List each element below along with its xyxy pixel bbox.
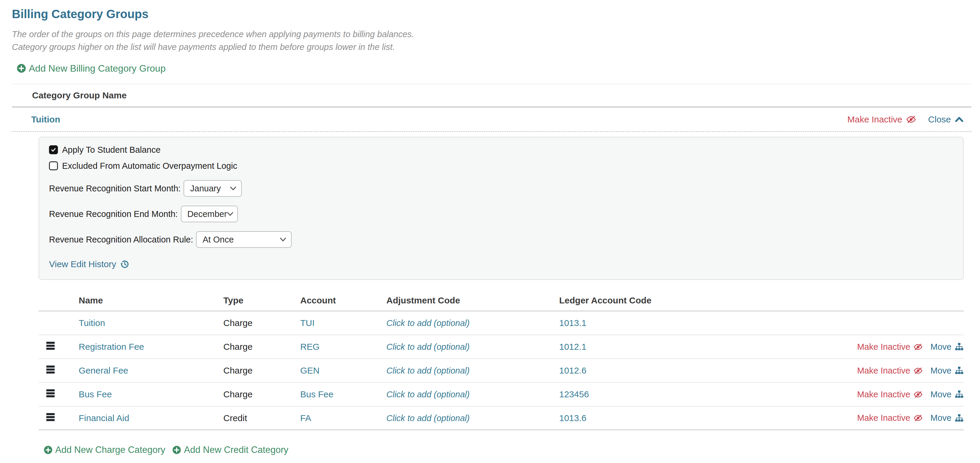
apply-to-student-balance-row: Apply To Student Balance	[49, 144, 963, 155]
allocation-rule-row: Revenue Recognition Allocation Rule: At …	[49, 231, 963, 248]
adjustment-code-add-link[interactable]: Click to add (optional)	[387, 318, 469, 328]
category-row-general-fee: General Fee Charge GEN Click to add (opt…	[38, 359, 964, 383]
drag-handle-icon[interactable]	[46, 389, 55, 398]
move-category-button[interactable]: Move	[931, 413, 964, 423]
ledger-account-code-link[interactable]: 1012.6	[559, 366, 587, 375]
tuition-group-detail: Apply To Student Balance Excluded From A…	[38, 137, 964, 455]
category-name-link[interactable]: Registration Fee	[79, 342, 144, 351]
add-credit-label: Add New Credit Category	[184, 445, 288, 455]
category-type: Charge	[223, 342, 300, 352]
move-label: Move	[931, 366, 951, 376]
category-name-link[interactable]: Bus Fee	[79, 389, 112, 399]
start-month-select[interactable]: January	[183, 180, 242, 197]
type-column-header: Type	[223, 295, 300, 305]
bottom-add-links: Add New Charge Category Add New Credit C…	[38, 445, 964, 455]
category-type: Charge	[223, 366, 300, 376]
chevron-down-icon	[230, 186, 236, 190]
category-row-financial-aid: Financial Aid Credit FA Click to add (op…	[38, 407, 964, 430]
apply-to-student-balance-label: Apply To Student Balance	[62, 145, 161, 155]
row-actions: Make Inactive Move	[687, 366, 964, 376]
move-label: Move	[931, 390, 951, 399]
close-label: Close	[928, 114, 951, 125]
adjustment-code-add-link[interactable]: Click to add (optional)	[387, 414, 469, 423]
category-row-tuition: Tuition Charge TUI Click to add (optiona…	[38, 311, 964, 335]
billing-category-groups-page: Billing Category Groups The order of the…	[0, 0, 980, 455]
add-new-credit-category-button[interactable]: Add New Credit Category	[172, 445, 288, 455]
sitemap-icon	[955, 366, 964, 375]
allocation-rule-select[interactable]: At Once	[196, 231, 292, 248]
make-inactive-category-button[interactable]: Make Inactive	[857, 366, 923, 376]
row-actions: Make Inactive Move	[687, 390, 964, 399]
ledger-account-code-link[interactable]: 1013.1	[559, 318, 587, 328]
allocation-rule-label: Revenue Recognition Allocation Rule:	[49, 235, 193, 244]
ledger-account-code-link[interactable]: 1013.6	[559, 413, 587, 423]
category-group-table-header: Category Group Name	[12, 85, 971, 108]
eye-slash-icon	[913, 367, 923, 375]
end-month-row: Revenue Recognition End Month: December	[49, 206, 963, 222]
ledger-account-code-link[interactable]: 1012.1	[559, 342, 587, 351]
category-account-link[interactable]: REG	[300, 342, 320, 351]
add-group-label: Add New Billing Category Group	[29, 63, 166, 74]
end-month-select[interactable]: December	[181, 206, 238, 222]
history-icon	[120, 259, 129, 269]
move-category-button[interactable]: Move	[931, 342, 964, 352]
row-actions: Make Inactive Move	[687, 413, 964, 423]
move-category-button[interactable]: Move	[931, 390, 964, 399]
ledger-account-code-column-header: Ledger Account Code	[559, 295, 687, 305]
chevron-down-icon	[280, 238, 286, 242]
make-inactive-category-button[interactable]: Make Inactive	[857, 390, 923, 399]
adjustment-code-add-link[interactable]: Click to add (optional)	[387, 366, 469, 375]
sitemap-icon	[955, 342, 964, 351]
view-edit-history-link[interactable]: View Edit History	[49, 259, 129, 269]
page-description: The order of the groups on this page det…	[12, 28, 971, 53]
category-name-link[interactable]: Financial Aid	[79, 413, 129, 423]
category-account-link[interactable]: GEN	[300, 366, 320, 375]
category-group-table: Category Group Name Tuition Make Inactiv…	[12, 84, 971, 132]
drag-handle-icon[interactable]	[46, 365, 55, 374]
move-category-button[interactable]: Move	[931, 366, 964, 376]
make-inactive-category-button[interactable]: Make Inactive	[857, 413, 923, 423]
make-inactive-label: Make Inactive	[847, 114, 902, 125]
group-actions: Make Inactive Close	[847, 114, 964, 125]
apply-to-student-balance-checkbox[interactable]	[49, 145, 58, 154]
category-name-link[interactable]: Tuition	[79, 318, 105, 328]
eye-slash-icon	[913, 343, 923, 351]
name-column-header: Name	[79, 295, 223, 305]
make-inactive-group-button[interactable]: Make Inactive	[847, 114, 916, 125]
description-line-2: Category groups higher on the list will …	[12, 41, 971, 53]
account-column-header: Account	[300, 295, 387, 305]
adjustment-code-add-link[interactable]: Click to add (optional)	[387, 390, 469, 399]
checkmark-icon	[51, 147, 56, 153]
chevron-up-icon	[955, 116, 964, 123]
group-name-link[interactable]: Tuition	[31, 114, 60, 125]
plus-circle-icon	[172, 445, 181, 454]
category-account-link[interactable]: Bus Fee	[300, 389, 334, 399]
category-name-link[interactable]: General Fee	[79, 366, 128, 375]
category-account-link[interactable]: TUI	[300, 318, 315, 328]
plus-circle-icon	[44, 445, 52, 454]
category-type: Charge	[223, 389, 300, 399]
excluded-from-overpayment-row: Excluded From Automatic Overpayment Logi…	[49, 160, 963, 171]
make-inactive-category-button[interactable]: Make Inactive	[857, 342, 923, 352]
sitemap-icon	[955, 390, 964, 399]
category-account-link[interactable]: FA	[300, 413, 311, 423]
drag-handle-icon[interactable]	[46, 413, 55, 421]
add-charge-label: Add New Charge Category	[55, 445, 165, 455]
category-group-name-header: Category Group Name	[32, 90, 127, 101]
drag-handle-icon[interactable]	[46, 342, 55, 350]
allocation-rule-value: At Once	[202, 235, 234, 244]
ledger-account-code-link[interactable]: 123456	[559, 389, 589, 399]
description-line-1: The order of the groups on this page det…	[12, 28, 971, 41]
add-new-charge-category-button[interactable]: Add New Charge Category	[44, 445, 165, 455]
adjustment-code-add-link[interactable]: Click to add (optional)	[387, 342, 469, 351]
chevron-down-icon	[227, 212, 234, 216]
end-month-value: December	[188, 209, 227, 219]
close-group-button[interactable]: Close	[928, 114, 964, 125]
add-new-billing-category-group-button[interactable]: Add New Billing Category Group	[12, 62, 166, 75]
sitemap-icon	[955, 414, 964, 423]
make-inactive-label: Make Inactive	[857, 390, 910, 399]
plus-circle-icon	[17, 64, 26, 73]
category-type: Credit	[223, 413, 300, 423]
excluded-from-overpayment-label: Excluded From Automatic Overpayment Logi…	[62, 161, 237, 171]
excluded-from-overpayment-checkbox[interactable]	[49, 161, 58, 170]
